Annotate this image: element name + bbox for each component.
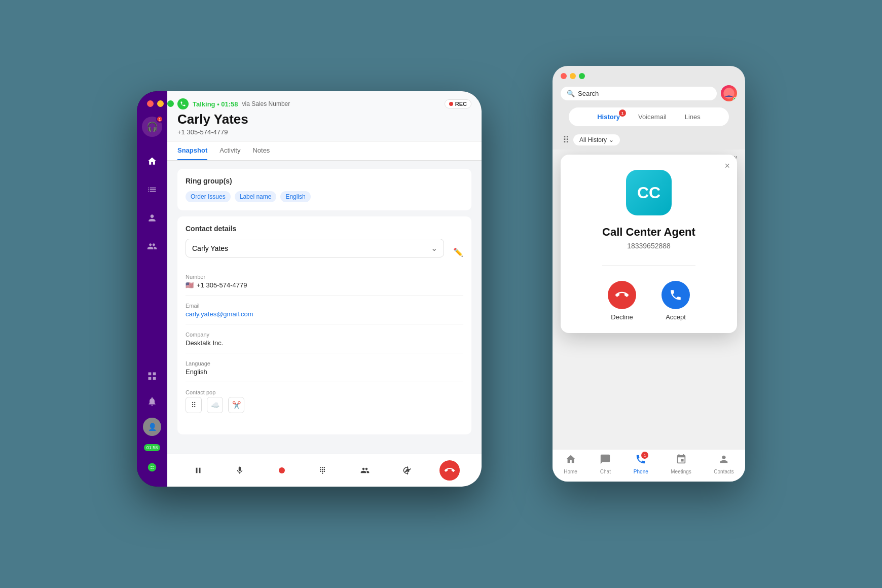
- nav-contacts-label: Contacts: [714, 469, 733, 474]
- traffic-yellow[interactable]: [157, 100, 164, 107]
- incoming-call-modal: × CC Call Center Agent 18339652888 Decli…: [561, 155, 737, 333]
- phone-nav-badge: 1: [641, 452, 648, 459]
- modal-caller-number: 18339652888: [627, 242, 671, 250]
- right-traffic-yellow[interactable]: [570, 73, 576, 79]
- decline-button[interactable]: [608, 281, 636, 309]
- sidebar-item-home[interactable]: [143, 152, 161, 170]
- search-bar[interactable]: 🔍 Search: [561, 87, 717, 100]
- keypad-button[interactable]: [314, 461, 333, 480]
- nav-chat[interactable]: Chat: [600, 454, 611, 474]
- call-controls: [167, 454, 482, 487]
- contact-dropdown[interactable]: Carly Yates ⌄: [186, 239, 444, 258]
- call-header: Talking • 01:58 via Sales Number REC Car…: [167, 91, 482, 141]
- sidebar-user-avatar-bottom[interactable]: 👤: [143, 418, 161, 436]
- transfer-button[interactable]: [356, 461, 374, 480]
- number-value: 🇺🇸 +1 305-574-4779: [186, 281, 463, 289]
- field-email: Email carly.yates@gmail.com: [186, 303, 463, 324]
- field-company: Company Desktalk Inc.: [186, 332, 463, 353]
- language-value: English: [186, 368, 463, 376]
- record-button[interactable]: [273, 461, 291, 480]
- nav-phone[interactable]: 1 Phone: [634, 454, 648, 474]
- filter-row: ⠿ All History ⌄: [553, 130, 745, 150]
- sidebar-item-team[interactable]: [143, 237, 161, 255]
- pop-icon-cloud[interactable]: ☁️: [207, 397, 223, 413]
- phone-icon: 1: [635, 454, 646, 467]
- modal-divider: [602, 265, 696, 266]
- dialpad-icon[interactable]: [143, 458, 161, 476]
- ring-group-tags: Order Issues Label name English: [186, 191, 463, 202]
- right-traffic-red[interactable]: [561, 73, 567, 79]
- nav-contacts[interactable]: Contacts: [714, 454, 733, 474]
- traffic-lights-right: [553, 66, 745, 83]
- call-via-text: via Sales Number: [242, 100, 290, 107]
- avatar-badge: 1: [156, 116, 163, 123]
- left-device: 🎧 1: [137, 91, 482, 487]
- filter-dropdown[interactable]: All History ⌄: [573, 134, 620, 145]
- tag-label-name[interactable]: Label name: [235, 191, 277, 202]
- contacts-icon: [718, 454, 729, 467]
- sidebar-item-contacts[interactable]: [143, 209, 161, 227]
- contact-pop-icons: ⠿ ☁️ ✂️: [186, 397, 463, 413]
- tab-content-snapshot: Ring group(s) Order Issues Label name En…: [167, 161, 482, 454]
- nav-meetings[interactable]: Meetings: [671, 454, 691, 474]
- contact-details-card: Contact details Carly Yates ⌄ ✏️ Number …: [177, 216, 471, 434]
- contact-edit-button[interactable]: ✏️: [453, 247, 463, 257]
- traffic-green[interactable]: [167, 100, 174, 107]
- grid-view-icon[interactable]: ⠿: [563, 134, 569, 145]
- user-profile-avatar[interactable]: [721, 85, 737, 101]
- sidebar-grid-icon[interactable]: [143, 367, 161, 385]
- accept-button[interactable]: [662, 281, 690, 309]
- call-status-text: Talking • 01:58: [193, 100, 238, 108]
- caller-number: +1 305-574-4779: [177, 128, 471, 136]
- modal-close-button[interactable]: ×: [724, 161, 730, 171]
- sidebar-item-tasks[interactable]: [143, 180, 161, 199]
- end-call-button[interactable]: [439, 460, 460, 481]
- online-indicator: [733, 97, 737, 101]
- tab-history[interactable]: History 1: [590, 111, 627, 123]
- main-content: Talking • 01:58 via Sales Number REC Car…: [167, 91, 482, 487]
- nav-home[interactable]: Home: [564, 454, 577, 474]
- tab-activity[interactable]: Activity: [219, 141, 240, 160]
- caller-avatar: CC: [626, 170, 672, 215]
- pop-icon-scissors[interactable]: ✂️: [228, 397, 244, 413]
- bottom-nav: Home Chat 1 Phone Meetings: [553, 449, 745, 482]
- nav-home-label: Home: [564, 469, 577, 474]
- tab-voicemail[interactable]: Voicemail: [631, 111, 674, 123]
- tab-lines[interactable]: Lines: [678, 111, 708, 123]
- filter-chevron-icon: ⌄: [609, 136, 614, 143]
- tab-snapshot[interactable]: Snapshot: [177, 141, 207, 160]
- pop-icon-grid[interactable]: ⠿: [186, 397, 202, 413]
- language-label: Language: [186, 360, 463, 366]
- sidebar-user-avatar[interactable]: 🎧 1: [142, 117, 162, 137]
- forward-button[interactable]: [398, 461, 416, 480]
- mute-button[interactable]: [231, 461, 249, 480]
- nav-phone-label: Phone: [634, 469, 648, 474]
- nav-meetings-label: Meetings: [671, 469, 691, 474]
- right-traffic-green[interactable]: [579, 73, 585, 79]
- right-device: 🔍 Search History 1 Voicemail Lines: [553, 66, 745, 482]
- svg-point-1: [279, 467, 285, 473]
- ring-groups-card: Ring group(s) Order Issues Label name En…: [177, 169, 471, 210]
- company-value: Desktalk Inc.: [186, 339, 463, 347]
- sidebar-bell-icon[interactable]: [143, 392, 161, 411]
- flag-icon: 🇺🇸: [186, 281, 194, 289]
- decline-action: Decline: [608, 281, 636, 321]
- search-input[interactable]: Search: [578, 90, 599, 97]
- field-number: Number 🇺🇸 +1 305-574-4779: [186, 274, 463, 296]
- tag-order-issues[interactable]: Order Issues: [186, 191, 231, 202]
- contact-pop-label: Contact pop: [186, 389, 463, 395]
- tab-notes[interactable]: Notes: [252, 141, 270, 160]
- modal-caller-name: Call Center Agent: [602, 226, 695, 239]
- rec-badge: REC: [445, 99, 471, 108]
- rec-dot: [449, 102, 453, 106]
- right-tabs: History 1 Voicemail Lines: [569, 107, 729, 126]
- field-contact-pop: Contact pop ⠿ ☁️ ✂️: [186, 389, 463, 419]
- number-label: Number: [186, 274, 463, 280]
- accept-action: Accept: [662, 281, 690, 321]
- pause-button[interactable]: [189, 461, 207, 480]
- email-value[interactable]: carly.yates@gmail.com: [186, 310, 463, 318]
- svg-point-3: [723, 88, 734, 98]
- traffic-red[interactable]: [147, 100, 154, 107]
- caller-name: Carly Yates: [177, 112, 471, 127]
- tag-english[interactable]: English: [280, 191, 310, 202]
